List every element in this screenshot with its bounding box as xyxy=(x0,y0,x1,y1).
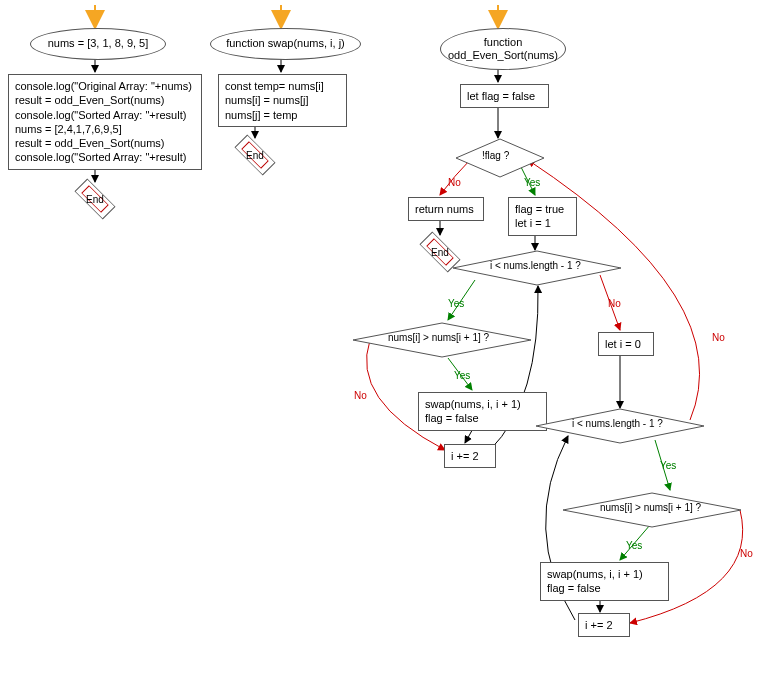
inc2-text: i += 2 xyxy=(585,619,613,631)
edge-yes: Yes xyxy=(660,460,676,471)
edge-yes: Yes xyxy=(454,370,470,381)
sort-end-node: End xyxy=(420,237,460,267)
swap2-box: swap(nums, i, i + 1) flag = false xyxy=(540,562,669,601)
notflag-text: !flag ? xyxy=(482,150,509,161)
edge-yes: Yes xyxy=(448,298,464,309)
inc1-box: i += 2 xyxy=(444,444,496,468)
return-box: return nums xyxy=(408,197,484,221)
inc1-text: i += 2 xyxy=(451,450,479,462)
edge-yes: Yes xyxy=(524,177,540,188)
edge-no: No xyxy=(740,548,753,559)
return-text: return nums xyxy=(415,203,474,215)
flag-true-text: flag = true let i = 1 xyxy=(515,203,564,229)
swap1-text: swap(nums, i, i + 1) flag = false xyxy=(425,398,521,424)
loop2-cond-text: i < nums.length - 1 ? xyxy=(572,418,663,429)
swap-body-text: const temp= nums[i] nums[i] = nums[j] nu… xyxy=(225,80,324,121)
i0-box: let i = 0 xyxy=(598,332,654,356)
flag-false-box: let flag = false xyxy=(460,84,549,108)
cmp2-text: nums[i] > nums[i + 1] ? xyxy=(600,502,701,513)
edge-yes: Yes xyxy=(626,540,642,551)
sort-start-text: function odd_Even_Sort(nums) xyxy=(443,36,563,62)
edge-no: No xyxy=(354,390,367,401)
swap-start-ellipse: function swap(nums, i, j) xyxy=(210,28,361,60)
edge-no: No xyxy=(608,298,621,309)
flag-false-text: let flag = false xyxy=(467,90,535,102)
main-start-ellipse: nums = [3, 1, 8, 9, 5] xyxy=(30,28,166,60)
swap-body-box: const temp= nums[i] nums[i] = nums[j] nu… xyxy=(218,74,347,127)
cmp1-text: nums[i] > nums[i + 1] ? xyxy=(388,332,489,343)
main-start-text: nums = [3, 1, 8, 9, 5] xyxy=(48,37,149,50)
swap1-box: swap(nums, i, i + 1) flag = false xyxy=(418,392,547,431)
sort-start-ellipse: function odd_Even_Sort(nums) xyxy=(440,28,566,70)
swap-end-node: End xyxy=(235,140,275,170)
edge-no: No xyxy=(712,332,725,343)
flag-true-box: flag = true let i = 1 xyxy=(508,197,577,236)
main-body-box: console.log("Original Array: "+nums) res… xyxy=(8,74,202,170)
swap2-text: swap(nums, i, i + 1) flag = false xyxy=(547,568,643,594)
end-label: End xyxy=(75,184,115,214)
loop1-cond-text: i < nums.length - 1 ? xyxy=(490,260,581,271)
main-body-text: console.log("Original Array: "+nums) res… xyxy=(15,80,192,163)
swap-start-text: function swap(nums, i, j) xyxy=(226,37,345,50)
flowchart-canvas: nums = [3, 1, 8, 9, 5] console.log("Orig… xyxy=(0,0,763,697)
main-end-node: End xyxy=(75,184,115,214)
end-label: End xyxy=(420,237,460,267)
i0-text: let i = 0 xyxy=(605,338,641,350)
end-label: End xyxy=(235,140,275,170)
edge-no: No xyxy=(448,177,461,188)
inc2-box: i += 2 xyxy=(578,613,630,637)
